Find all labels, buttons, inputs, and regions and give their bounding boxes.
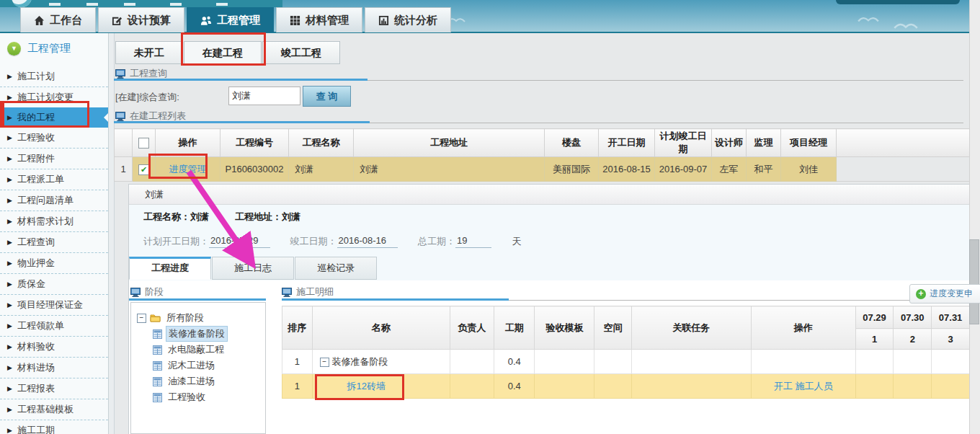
sidebar-item-my-projects[interactable]: ▶我的工程 bbox=[0, 107, 108, 128]
tab-in-progress[interactable]: 在建工程 bbox=[184, 41, 262, 64]
nav-tab-stats[interactable]: 统计分析 bbox=[365, 7, 451, 32]
logo-circle-icon bbox=[12, 0, 32, 7]
scrollbar-thumb[interactable] bbox=[969, 239, 979, 324]
section-underline bbox=[114, 79, 368, 81]
app-logo bbox=[0, 0, 282, 7]
query-button[interactable]: 查 询 bbox=[303, 86, 351, 107]
nav-tab-project-mgmt[interactable]: 工程管理 bbox=[187, 7, 274, 32]
start-work-link[interactable]: 开工 bbox=[774, 381, 793, 391]
section-underline bbox=[282, 298, 509, 301]
tree-node-carpentry-entry[interactable]: 泥木工进场 bbox=[131, 358, 265, 373]
workers-link[interactable]: 施工人员 bbox=[795, 381, 832, 391]
monitor-icon bbox=[282, 288, 292, 297]
nav-tab-label: 设计预算 bbox=[128, 14, 171, 27]
tree-node-project-acceptance[interactable]: 工程验收 bbox=[131, 389, 265, 405]
sidebar-item-issue-list[interactable]: ▶工程问题清单 bbox=[0, 190, 108, 211]
grid-node-icon bbox=[153, 329, 162, 339]
project-list-table: 操作 工程编号 工程名称 工程地址 楼盘 开工日期 计划竣工日期 设计师 监理 … bbox=[114, 128, 970, 182]
col-start: 开工日期 bbox=[599, 129, 655, 157]
sidebar-item-label: 质保金 bbox=[17, 274, 45, 294]
tab-inspection-record[interactable]: 巡检记录 bbox=[295, 257, 377, 280]
nav-tab-material-mgmt[interactable]: 材料管理 bbox=[276, 7, 362, 32]
tree-node-label: 油漆工进场 bbox=[166, 374, 217, 389]
checkbox-checked-icon[interactable]: ✔ bbox=[138, 164, 149, 175]
col-daynum-1: 1 bbox=[855, 329, 894, 350]
nav-tab-workbench[interactable]: 工作台 bbox=[20, 7, 96, 32]
sidebar-item-base-template[interactable]: ▶工程基础模板 bbox=[0, 399, 108, 420]
cell-template bbox=[535, 374, 594, 399]
nav-tab-label: 工程管理 bbox=[217, 14, 260, 27]
grid-node-icon bbox=[153, 377, 162, 386]
finish-label: 竣工日期： bbox=[290, 235, 337, 248]
tab-not-started[interactable]: 未开工 bbox=[115, 41, 183, 64]
sidebar-item-warranty[interactable]: ▶质保金 bbox=[0, 273, 108, 294]
grid-node-icon bbox=[153, 393, 162, 402]
vertical-scrollbar[interactable] bbox=[969, 0, 980, 434]
cell-day2 bbox=[894, 374, 932, 399]
col-supervisor: 监理 bbox=[747, 129, 781, 157]
collapse-icon[interactable]: − bbox=[137, 314, 146, 323]
grid-node-icon bbox=[153, 345, 162, 355]
sidebar-item-material-entry[interactable]: ▶材料进场 bbox=[0, 357, 108, 378]
sidebar-item-acceptance[interactable]: ▶工程验收 bbox=[0, 128, 108, 148]
caret-right-icon: ▶ bbox=[7, 274, 12, 294]
select-all-header[interactable] bbox=[133, 129, 156, 157]
sidebar-menu: ▶施工计划 ▶施工计划变更 ▶我的工程 ▶工程验收 ▶工程附件 ▶工程派工单 ▶… bbox=[0, 66, 108, 434]
caret-right-icon: ▶ bbox=[7, 358, 12, 378]
cell-addr: 刘潇 bbox=[354, 157, 545, 182]
progress-change-request-button[interactable]: + 进度变更申 bbox=[909, 284, 980, 304]
sidebar-item-work-duration[interactable]: ▶施工工期 bbox=[0, 420, 108, 434]
row-number: 1 bbox=[115, 157, 133, 182]
home-icon bbox=[34, 15, 45, 26]
tree-node-label: 装修准备阶段 bbox=[166, 326, 228, 342]
cell-start: 2016-08-15 bbox=[599, 157, 655, 182]
sidebar-item-attachments[interactable]: ▶工程附件 bbox=[0, 148, 108, 169]
caret-right-icon: ▶ bbox=[7, 149, 12, 169]
collapse-icon[interactable]: − bbox=[320, 358, 329, 367]
cell-day3 bbox=[932, 350, 970, 374]
sidebar-item-reports[interactable]: ▶工程报表 bbox=[0, 378, 108, 399]
detail-row-stage[interactable]: 1 −装修准备阶段 0.4 bbox=[282, 350, 970, 374]
task-name-link[interactable]: 拆12砖墙 bbox=[347, 381, 386, 391]
col-task: 关联任务 bbox=[631, 306, 751, 350]
bar-chart-icon bbox=[378, 15, 389, 26]
sidebar-item-dispatch[interactable]: ▶工程派工单 bbox=[0, 169, 108, 190]
cell-plan-finish: 2016-09-07 bbox=[655, 157, 712, 182]
progress-mgmt-link[interactable]: 进度管理 bbox=[169, 164, 207, 174]
caret-right-icon: ▶ bbox=[7, 107, 12, 128]
project-addr-text: 工程地址：刘潇 bbox=[235, 211, 300, 223]
tab-construction-log[interactable]: 施工日志 bbox=[212, 257, 294, 280]
table-row[interactable]: 1 ✔ 进度管理 P1606030002 刘潇 刘潇 美丽国际 2016-08-… bbox=[115, 157, 970, 182]
sidebar-item-plan-change[interactable]: ▶施工计划变更 bbox=[0, 87, 108, 107]
sidebar-item-label: 材料需求计划 bbox=[17, 211, 74, 231]
col-date-0729: 07.29 bbox=[855, 306, 894, 329]
query-input[interactable] bbox=[228, 87, 300, 105]
detail-row-task[interactable]: 1 拆12砖墙 0.4 开工 施工人员 bbox=[282, 374, 970, 399]
cell-name: 刘潇 bbox=[289, 157, 354, 182]
checkbox-icon[interactable] bbox=[138, 138, 149, 149]
sidebar-item-label: 材料进场 bbox=[17, 358, 55, 378]
nav-tab-label: 统计分析 bbox=[394, 14, 437, 27]
chevron-down-icon[interactable]: ▼ bbox=[7, 42, 21, 56]
sidebar-item-payment-form[interactable]: ▶工程领款单 bbox=[0, 315, 108, 336]
tree-node-preparation-stage[interactable]: 装修准备阶段 bbox=[131, 326, 265, 342]
tree-root-all-stages[interactable]: − 所有阶段 bbox=[131, 310, 265, 326]
sidebar-item-construction-plan[interactable]: ▶施工计划 bbox=[0, 66, 108, 87]
sidebar-item-pm-guarantee[interactable]: ▶项目经理保证金 bbox=[0, 294, 108, 315]
tree-node-painting-entry[interactable]: 油漆工进场 bbox=[131, 373, 265, 389]
finish-value: 2016-08-16 bbox=[337, 235, 398, 248]
sidebar-item-material-acceptance[interactable]: ▶材料验收 bbox=[0, 336, 108, 357]
tab-project-progress[interactable]: 工程进度 bbox=[129, 257, 211, 280]
sidebar-item-material-demand[interactable]: ▶材料需求计划 bbox=[0, 211, 108, 231]
cell-duration: 0.4 bbox=[494, 350, 535, 374]
sidebar-item-property-deposit[interactable]: ▶物业押金 bbox=[0, 252, 108, 273]
col-daynum-3: 3 bbox=[932, 329, 970, 350]
stage-name: 装修准备阶段 bbox=[332, 356, 388, 367]
tree-node-plumbing-works[interactable]: 水电隐蔽工程 bbox=[131, 342, 265, 358]
cell-task bbox=[631, 350, 751, 374]
nav-tab-design-budget[interactable]: 设计预算 bbox=[98, 7, 184, 32]
sidebar-item-project-query[interactable]: ▶工程查询 bbox=[0, 231, 108, 252]
col-order: 排序 bbox=[282, 306, 313, 350]
sidebar-splitter[interactable] bbox=[109, 33, 115, 434]
tab-completed[interactable]: 竣工工程 bbox=[262, 41, 340, 64]
